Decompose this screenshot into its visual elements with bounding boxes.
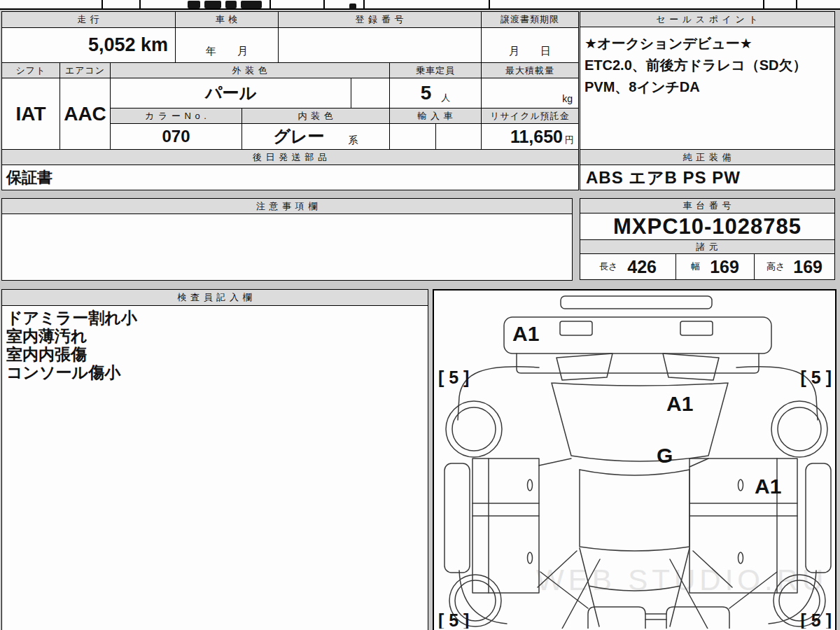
chassis-header: 車 台 番 号 <box>580 198 835 214</box>
later-parts-label: 後 日 発 送 部 品 <box>253 151 328 164</box>
later-parts-header: 後 日 発 送 部 品 <box>1 149 579 165</box>
mileage-value: 5,052 km <box>88 34 168 56</box>
notes-content <box>1 214 573 281</box>
exterior-color-value-cell: パール <box>110 78 351 108</box>
later-parts-value-cell: 保証書 <box>1 164 579 190</box>
capacity-header: 乗車定員 <box>389 62 482 78</box>
transfer-doc-header: 譲渡書類期限 <box>481 11 579 28</box>
registration-header: 登 録 番 号 <box>278 11 482 28</box>
clipped-cell-divider <box>139 0 141 10</box>
clipped-cell-divider <box>763 0 764 10</box>
mileage-header: 走 行 <box>1 11 176 28</box>
hatch-lower-lip <box>517 354 759 373</box>
spec-height-cell: 高さ 169 <box>754 253 835 280</box>
interior-color-label: 内 装 色 <box>298 110 333 122</box>
chassis-label: 車 台 番 号 <box>683 200 732 212</box>
color-no-header: カ ラ ー N o . <box>110 108 242 124</box>
equipment-label: 純 正 装 備 <box>683 151 732 164</box>
equipment-value: ABS エアB PS PW <box>586 168 741 187</box>
recycle-value-cell: 11,650 円 <box>481 123 579 150</box>
color-no-label: カ ラ ー N o . <box>145 110 207 122</box>
inspector-line: 室内内張傷 <box>6 345 428 363</box>
inspector-line: ドアミラー割れ小 <box>6 309 428 327</box>
specs-header: 諸 元 <box>580 239 835 254</box>
sales-point-content: ★オークションデビュー★ ETC2.0、前後方ドラレコ（SD欠） PVM、8イン… <box>580 27 835 150</box>
shift-value-cell: IAT <box>1 78 60 150</box>
spec-width-label: 幅 <box>691 260 700 273</box>
sales-point-header: セ ー ル ス ポ イ ン ト <box>580 11 835 27</box>
rear-fender-left <box>458 367 539 420</box>
sales-point-label: セ ー ル ス ポ イ ン ト <box>656 13 758 26</box>
inspector-line: コンソール傷小 <box>6 363 428 382</box>
color-no-value: 070 <box>162 127 190 146</box>
spec-width-cell: 幅 169 <box>676 253 755 280</box>
capacity-label: 乗車定員 <box>416 64 455 77</box>
transfer-doc-value-cell: 月 日 <box>481 27 579 63</box>
aircon-value: AAC <box>64 103 106 125</box>
rear-glass-outline <box>552 383 728 461</box>
hatch-lamp-right <box>680 321 713 335</box>
inspector-header: 検 査 員 記 入 欄 <box>1 289 428 306</box>
door-handle-icon <box>738 479 743 491</box>
corner-mark-bottom-left: [ 5 ] <box>438 610 469 629</box>
wheel-icon <box>452 407 496 451</box>
capacity-unit: 人 <box>441 92 450 104</box>
recycle-label: リサイクル預託金 <box>490 110 570 122</box>
clipped-cell-divider <box>270 0 271 10</box>
exterior-color-header: 外 装 色 <box>110 62 390 78</box>
later-parts-value: 保証書 <box>6 169 52 186</box>
notes-header: 注 意 事 項 欄 <box>1 198 573 214</box>
equipment-value-cell: ABS エアB PS PW <box>580 164 835 190</box>
capacity-value: 5 <box>421 82 432 104</box>
hatch-outline <box>504 317 771 354</box>
exterior-color-value: パール <box>205 82 256 104</box>
aircon-value-cell: AAC <box>59 78 111 150</box>
side-molding-right <box>806 463 831 573</box>
chassis-value: MXPC10-1028785 <box>613 214 802 239</box>
clipped-text-fragment <box>241 1 262 8</box>
gate-lower-arc <box>580 470 690 475</box>
inspector-label: 検 査 員 記 入 欄 <box>177 291 252 304</box>
max-load-unit: kg <box>562 93 573 104</box>
aircon-header: エアコン <box>59 62 111 78</box>
hatch-lamp-left <box>560 321 592 335</box>
wheel-icon <box>446 401 502 457</box>
spec-length-label: 長さ <box>599 260 617 273</box>
spec-length-cell: 長さ 426 <box>580 253 676 280</box>
quarter-window-left <box>556 354 612 380</box>
car-diagram: WEB STUDIO.RU <box>434 290 835 629</box>
shaken-header: 車 検 <box>175 11 279 28</box>
clipped-cell-divider <box>363 0 365 10</box>
max-load-value-cell: kg <box>481 78 579 108</box>
rear-spoiler-outline <box>561 296 712 309</box>
transfer-doc-value: 月 日 <box>509 45 551 58</box>
equipment-header: 純 正 装 備 <box>580 149 835 165</box>
pillar-link-right <box>690 458 708 467</box>
clipped-text-fragment <box>188 1 200 8</box>
clipped-cell-divider <box>323 0 325 10</box>
sales-point-line: ETC2.0、前後方ドラレコ（SD欠） <box>584 55 830 76</box>
capacity-value-cell: 5 人 <box>389 78 482 108</box>
interior-color-suffix: 系 <box>349 134 358 147</box>
exterior-color-extra-cell <box>351 78 390 108</box>
door-panel-left <box>472 458 539 593</box>
recycle-header: リサイクル預託金 <box>481 108 579 124</box>
spec-width-value: 169 <box>710 257 739 277</box>
rear-glass-grade-label: A1 <box>666 392 693 415</box>
import-header: 輸 入 車 <box>389 108 482 124</box>
sales-point-line: PVM、8インチDA <box>584 76 830 98</box>
shaken-label: 車 検 <box>216 13 239 26</box>
corner-mark-bottom-right: [ 5 ] <box>801 610 832 629</box>
import-value-cell-a <box>389 123 436 150</box>
clipped-cell-divider <box>489 0 490 10</box>
right-door-grade-label: A1 <box>755 475 781 498</box>
clipped-cell-divider <box>796 0 797 10</box>
shift-header: シフト <box>1 62 60 78</box>
door-handle-icon <box>528 479 533 491</box>
specs-label: 諸 元 <box>696 241 719 253</box>
recycle-value: 11,650 <box>510 127 563 147</box>
hatch-grade-label: A1 <box>512 322 539 345</box>
registration-value-cell <box>278 27 482 63</box>
corner-mark-top-right: [ 5 ] <box>801 368 832 387</box>
spec-height-label: 高さ <box>766 260 785 273</box>
